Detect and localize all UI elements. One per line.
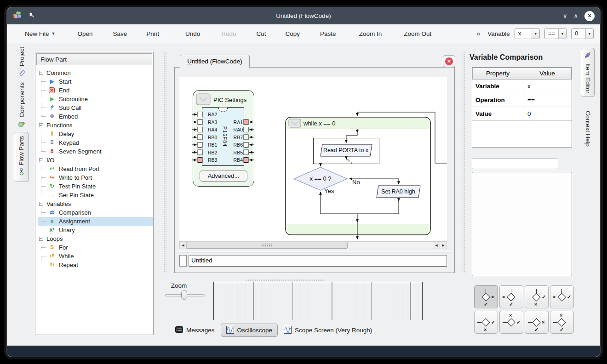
oscilloscope-splitter[interactable] (246, 279, 324, 281)
save-button[interactable]: Save (106, 24, 134, 43)
chip-pin[interactable] (198, 135, 202, 140)
set-ra0-block[interactable]: Set RA0 high (377, 186, 420, 198)
print-button[interactable]: Print (139, 24, 166, 43)
scroll-left-icon[interactable]: ◀ (433, 242, 440, 249)
palette-item-write-to-port[interactable]: ↪Write to Port (38, 173, 153, 182)
chip-pin[interactable] (198, 150, 202, 155)
tab-messages[interactable]: Messages (172, 324, 218, 337)
tree-group[interactable]: Loops (38, 234, 153, 243)
chip-pin[interactable] (198, 158, 202, 163)
palette-item-test-pin-state[interactable]: ↻Test Pin State (38, 182, 153, 191)
decision-layout-button[interactable]: ×✓ (474, 311, 498, 334)
palette-item-end[interactable]: ✕End (38, 86, 153, 95)
table-row[interactable]: Operation == (472, 93, 572, 107)
decision-layout-button[interactable]: ×✓ (499, 311, 523, 334)
open-button[interactable]: Open (70, 24, 99, 43)
close-window-icon[interactable]: × (584, 11, 595, 21)
chip-pin[interactable] (244, 150, 248, 155)
scrollbar-track[interactable] (348, 242, 433, 249)
flowchart-canvas[interactable]: PIC Settings RA2RA3RA4RB0RB1RB2RB3RA1RA0… (179, 77, 447, 241)
scroll-right-icon[interactable]: ▶ (440, 242, 447, 249)
chip-pin[interactable] (198, 127, 202, 132)
tab-flow-parts[interactable]: Flow Parts (14, 132, 29, 182)
palette-item-start[interactable]: ▶Start (38, 77, 153, 86)
table-row[interactable]: Variable x (472, 80, 572, 93)
decision-layout-button[interactable]: ×✓ (550, 285, 574, 308)
collapse-icon[interactable] (39, 158, 43, 162)
advanced-button[interactable]: Advanced... (200, 171, 247, 182)
minimize-icon[interactable]: ∨ (563, 12, 567, 19)
collapse-icon[interactable] (39, 202, 43, 206)
tab-oscilloscope[interactable]: Oscilloscope (221, 324, 278, 337)
chip-pin[interactable] (244, 158, 248, 163)
scroll-left-icon[interactable]: ◀ (180, 242, 187, 249)
zoom-out-button[interactable]: Zoom Out (397, 24, 438, 43)
while-loop-group[interactable]: while x == 0 Read PORTA to x x == 0 ? (286, 112, 447, 239)
tab-components[interactable]: Components (14, 82, 29, 130)
left-splitter[interactable] (164, 52, 167, 273)
chevron-down-icon[interactable]: ▾ (585, 29, 593, 39)
chip-pin[interactable] (244, 119, 248, 125)
zoom-slider-thumb[interactable] (181, 290, 187, 300)
decision-layout-button[interactable]: ×✓ (474, 285, 498, 308)
variable-combobox[interactable]: x ▾ (515, 28, 540, 39)
palette-item-repeat[interactable]: ↻Repeat (38, 261, 153, 269)
redo-button[interactable]: Redo (214, 24, 243, 43)
tab-scope-screen[interactable]: Scope Screen (Very Rough) (281, 324, 375, 337)
pic-collapse-button[interactable] (196, 94, 210, 105)
tree-group[interactable]: Common (38, 68, 153, 77)
item-editor-input[interactable] (472, 159, 558, 169)
decision-layout-button[interactable]: ×✓ (525, 311, 549, 334)
table-row[interactable]: Value 0 (472, 107, 572, 121)
chevron-down-icon[interactable]: ▾ (532, 29, 539, 39)
palette-item-embed[interactable]: ✥Embed (38, 112, 153, 121)
chip-pin[interactable] (198, 112, 202, 117)
chevron-down-icon[interactable]: ▾ (558, 29, 566, 39)
horizontal-scrollbar[interactable]: ◀ ◀ ▶ (179, 241, 447, 249)
palette-item-subroutine[interactable]: ▶Subroutine (38, 95, 153, 103)
tab-project[interactable]: Project (14, 47, 29, 79)
doc-name-checkbox[interactable] (179, 255, 187, 267)
zoom-in-button[interactable]: Zoom In (352, 24, 389, 43)
palette-item-sub-call[interactable]: ↱Sub Call (38, 103, 153, 112)
collapse-icon[interactable] (39, 123, 43, 127)
chip-pin[interactable] (244, 142, 248, 148)
palette-item-while[interactable]: ↺While (38, 252, 153, 261)
palette-item-set-pin-state[interactable]: →Set Pin State (38, 191, 153, 199)
copy-button[interactable]: Copy (279, 24, 307, 43)
tab-context-help[interactable]: Context Help (581, 111, 595, 147)
decision-layout-button[interactable]: ×✓ (499, 285, 523, 308)
item-editor-listbox[interactable] (472, 172, 572, 276)
palette-item-comparison[interactable]: ⇄Comparison (38, 208, 153, 217)
chip-pin[interactable] (198, 142, 202, 148)
palette-item-delay[interactable]: ‖Delay (38, 130, 153, 138)
operation-combobox[interactable]: == ▾ (544, 28, 567, 39)
pin-icon[interactable] (28, 11, 35, 21)
tab-untitled-flowcode[interactable]: Untitled (FlowCode) (180, 55, 250, 68)
scrollbar-thumb[interactable] (187, 242, 348, 249)
close-document-button[interactable]: ✕ (443, 55, 455, 68)
palette-item-keypad[interactable]: ⠿Keypad (38, 138, 153, 147)
decision-layout-button[interactable]: ×✓ (550, 311, 574, 334)
tab-item-editor[interactable]: Item Editor (581, 48, 595, 97)
palette-item-assignment[interactable]: xAssignment (38, 217, 153, 226)
chip-pin[interactable] (244, 127, 248, 132)
collapse-icon[interactable] (39, 237, 43, 241)
undo-button[interactable]: Undo (178, 24, 207, 43)
tree-group[interactable]: Variables (38, 199, 153, 208)
tree-group[interactable]: I/O (38, 156, 153, 165)
toolbar-overflow-icon[interactable]: » (476, 30, 480, 37)
decision-layout-button[interactable]: ×✓ (525, 285, 549, 308)
palette-item-unary[interactable]: x¹Unary (38, 226, 153, 234)
doc-name-field[interactable]: Untitled (189, 255, 447, 267)
collapse-icon[interactable] (39, 71, 43, 75)
palette-item-seven-segment[interactable]: 8Seven Segment (38, 147, 153, 156)
value-combobox[interactable]: 0 ▾ (571, 28, 594, 39)
tree-group[interactable]: Functions (38, 121, 153, 130)
while-collapse-button[interactable] (289, 119, 301, 127)
paste-button[interactable]: Paste (313, 24, 343, 43)
palette-item-read-from-port[interactable]: ↩Read from Port (38, 165, 153, 173)
pic-settings-group[interactable]: PIC Settings RA2RA3RA4RB0RB1RB2RB3RA1RA0… (192, 91, 254, 187)
right-splitter[interactable] (462, 52, 465, 273)
cut-button[interactable]: Cut (250, 24, 273, 43)
